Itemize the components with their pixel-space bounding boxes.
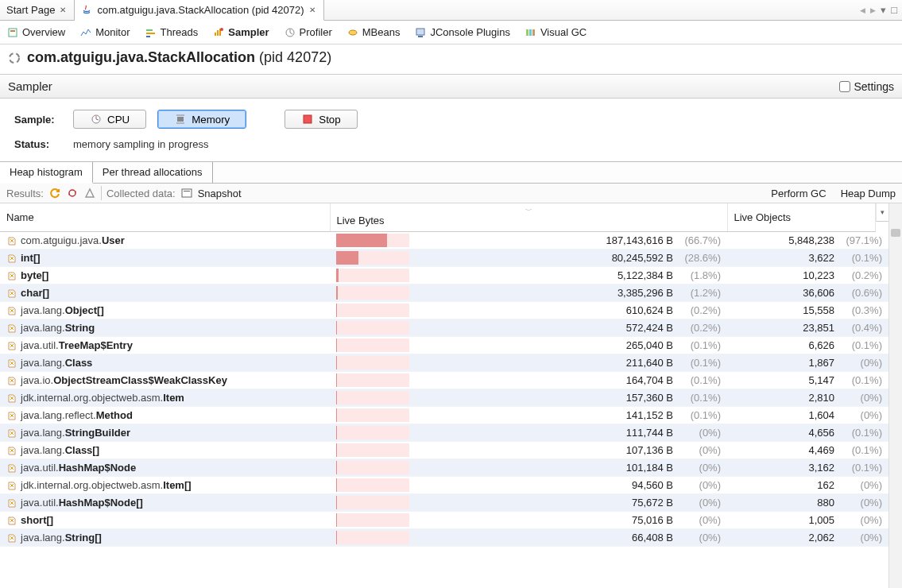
document-tabs: Start Page ✕ com.atguigu.java.StackAlloc… [0,0,902,21]
bytes-percent: (0.1%) [678,409,721,421]
objects-percent: (0.1%) [839,339,882,351]
bytes-percent: (0.2%) [678,322,721,334]
maximize-icon[interactable]: □ [891,4,897,16]
vertical-scrollbar[interactable] [888,203,902,588]
table-row[interactable]: char[]3,385,296 B(1.2%)36,606(0.6%) [0,284,888,302]
class-icon [6,427,17,439]
table-row[interactable]: java.lang.Object[]610,624 B(0.2%)15,558(… [0,302,888,319]
table-row[interactable]: int[]80,245,592 B(28.6%)3,622(0.1%) [0,250,888,267]
bytes-bar [336,286,409,300]
table-row[interactable]: short[]75,016 B(0%)1,005(0%) [0,512,888,529]
table-row[interactable]: java.util.TreeMap$Entry265,040 B(0.1%)6,… [0,337,888,354]
svg-rect-20 [182,189,192,197]
title-pid: (pid 42072) [259,49,331,65]
table-row[interactable]: java.io.ObjectStreamClass$WeakClassKey16… [0,372,888,389]
nav-prev-icon[interactable]: ◀ [860,6,865,14]
column-menu-icon[interactable]: ▾ [876,203,889,222]
svg-rect-4 [146,36,150,37]
table-row[interactable]: java.lang.String[]66,408 B(0%)2,062(0%) [0,529,888,547]
class-text: ObjectStreamClass$WeakClassKey [53,374,227,386]
table-row[interactable]: java.lang.Class[]107,136 B(0%)4,469(0.1%… [0,442,888,459]
bytes-bar [336,251,409,265]
col-header-live-objects[interactable]: Live Objects [727,203,875,232]
settings-checkbox[interactable]: Settings [839,80,894,93]
class-text: byte[] [21,269,48,281]
col-header-name[interactable]: Name [0,203,330,232]
subtab-per-thread[interactable]: Per thread allocations [93,162,213,183]
svg-rect-6 [217,30,219,36]
objects-value: 162 [817,479,834,491]
cpu-button[interactable]: CPU [73,110,146,129]
stop-icon [301,113,314,126]
tab-monitor[interactable]: Monitor [79,26,130,39]
sampler-icon [212,25,225,38]
title-class: com.atguigu.java.StackAllocation [27,49,255,65]
table-row[interactable]: jdk.internal.org.objectweb.asm.Item[]94,… [0,477,888,494]
tab-overview[interactable]: Overview [6,26,65,39]
table-row[interactable]: java.util.HashMap$Node101,184 B(0%)3,162… [0,459,888,477]
bytes-bar [336,356,409,369]
tab-sampler[interactable]: Sampler [212,25,269,39]
bytes-bar [336,408,409,422]
bytes-value: 187,143,616 B [414,234,673,246]
package-text: java.util. [21,339,59,351]
doc-tab-stackallocation[interactable]: com.atguigu.java.StackAllocation (pid 42… [75,0,323,21]
objects-value: 4,656 [808,427,834,439]
diff-icon[interactable] [83,187,96,199]
close-icon[interactable]: ✕ [308,6,317,14]
tab-profiler[interactable]: Profiler [284,26,332,39]
objects-percent: (0.1%) [839,374,882,386]
table-row[interactable]: java.lang.reflect.Method141,152 B(0.1%)1… [0,407,888,424]
svg-rect-0 [9,29,17,37]
tab-threads[interactable]: Threads [145,26,199,39]
perform-gc-button[interactable]: Perform GC [771,188,826,199]
table-row[interactable]: java.lang.StringBuilder111,744 B(0%)4,65… [0,424,888,442]
tab-jconsole-plugins[interactable]: JConsole Plugins [414,26,509,39]
memory-button[interactable]: Memory [157,110,246,129]
bytes-value: 572,424 B [414,322,673,334]
nav-next-icon[interactable]: ▶ [870,6,876,14]
bytes-value: 3,385,296 B [414,287,673,299]
bytes-value: 5,122,384 B [414,269,673,281]
tab-mbeans[interactable]: MBeans [346,26,401,39]
objects-percent: (0%) [839,514,882,526]
bytes-percent: (1.8%) [678,269,721,281]
package-text: java.lang.reflect. [21,409,96,421]
heap-table-wrap: Name ﹀Live Bytes Live Objects ▾ com.atgu… [0,203,902,588]
package-text: com.atguigu.java. [21,234,102,246]
bytes-value: 66,408 B [414,532,673,544]
tab-visual-gc[interactable]: Visual GC [525,26,586,39]
refresh-icon[interactable] [48,187,61,199]
results-bar: Results: Collected data: Snapshot Perfor… [0,184,902,203]
package-text: java.lang. [21,322,65,334]
table-row[interactable]: java.lang.String572,424 B(0.2%)23,851(0.… [0,319,888,337]
sort-indicator-icon: ﹀ [337,208,721,215]
sampler-subtabs: Heap histogram Per thread allocations [0,161,902,184]
class-text: Class[] [65,444,99,456]
table-row[interactable]: java.lang.Class211,640 B(0.1%)1,867(0%) [0,354,888,372]
heap-dump-button[interactable]: Heap Dump [841,188,896,199]
bytes-bar [336,321,409,335]
class-icon [6,358,17,369]
svg-rect-3 [146,33,155,34]
sampler-title: Sampler [8,79,52,93]
table-row[interactable]: byte[]5,122,384 B(1.8%)10,223(0.2%) [0,267,888,284]
sampler-header: Sampler Settings [0,74,902,99]
close-icon[interactable]: ✕ [58,6,68,14]
table-row[interactable]: jdk.internal.org.objectweb.asm.Item157,3… [0,389,888,407]
objects-percent: (0.1%) [839,252,882,264]
jconsole-icon [414,26,427,39]
doc-tab-start-page[interactable]: Start Page ✕ [0,0,75,20]
svg-rect-14 [529,29,532,36]
bytes-bar [336,496,409,509]
dropdown-icon[interactable]: ▾ [881,4,886,16]
snapshot-button[interactable]: Snapshot [198,188,242,199]
col-header-live-bytes[interactable]: ﹀Live Bytes [330,203,727,232]
table-row[interactable]: com.atguigu.java.User187,143,616 B(66.7%… [0,232,888,250]
results-label: Results: [6,188,44,199]
stop-button[interactable]: Stop [285,110,357,129]
bytes-percent: (0.1%) [678,392,721,404]
table-row[interactable]: java.util.HashMap$Node[]75,672 B(0%)880(… [0,494,888,512]
auto-refresh-icon[interactable] [66,187,79,199]
subtab-heap-histogram[interactable]: Heap histogram [0,162,93,184]
